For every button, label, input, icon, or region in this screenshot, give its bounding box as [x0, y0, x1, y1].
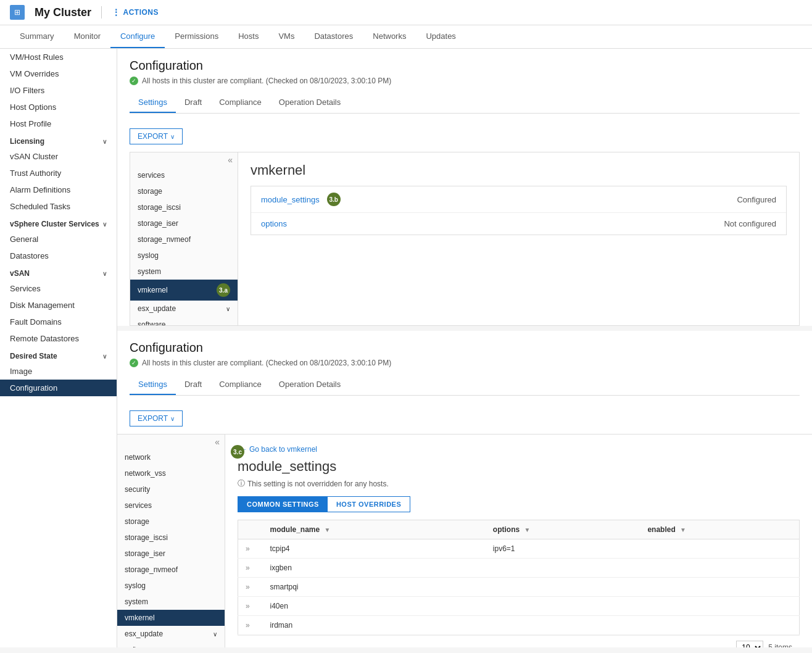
- nav-tabs: Summary Monitor Configure Permissions Ho…: [0, 25, 812, 49]
- module-settings-link[interactable]: module_settings 3.b: [261, 193, 737, 206]
- tree-item-storage-iser-bottom[interactable]: storage_iser: [117, 546, 225, 562]
- sub-tab-settings-top[interactable]: Settings: [130, 93, 176, 113]
- sort-icon-options[interactable]: ▼: [524, 526, 530, 533]
- sort-icon-enabled[interactable]: ▼: [680, 526, 686, 533]
- options-link[interactable]: options: [261, 219, 724, 228]
- chevron-down-icon: ∨: [226, 306, 230, 312]
- tree-item-software-bottom[interactable]: software: [117, 642, 225, 647]
- cell-options-irdman: [486, 616, 640, 635]
- sidebar-item-host-profile[interactable]: Host Profile: [0, 115, 117, 132]
- table-row: » tcpip4 ipv6=1: [238, 539, 800, 559]
- config-panel-top: Configuration ✓ All hosts in this cluste…: [117, 49, 812, 326]
- sub-tab-operation-details-bottom[interactable]: Operation Details: [270, 375, 349, 395]
- tree-item-services-bottom[interactable]: services: [117, 497, 225, 514]
- tree-item-esx-update-bottom[interactable]: esx_update ∨: [117, 626, 225, 642]
- tree-item-system-top[interactable]: system: [130, 264, 238, 280]
- tab-networks[interactable]: Networks: [363, 25, 416, 48]
- tree-item-network-vss-bottom[interactable]: network_vss: [117, 465, 225, 481]
- expand-icon[interactable]: »: [246, 583, 250, 591]
- sub-tab-compliance-bottom[interactable]: Compliance: [210, 375, 270, 395]
- tree-collapse-btn-bottom[interactable]: «: [117, 435, 225, 449]
- tree-item-storage-iscsi-top[interactable]: storage_iscsi: [130, 199, 238, 215]
- cell-module-name-irdman: irdman: [263, 616, 486, 635]
- sidebar-item-remote-datastores[interactable]: Remote Datastores: [0, 330, 117, 347]
- tab-datastores[interactable]: Datastores: [304, 25, 363, 48]
- expand-icon[interactable]: »: [246, 564, 250, 572]
- tab-updates[interactable]: Updates: [416, 25, 465, 48]
- tree-item-network-bottom[interactable]: network: [117, 449, 225, 465]
- tab-hosts[interactable]: Hosts: [228, 25, 268, 48]
- tree-panel-top: « services storage storage_iscsi storage…: [130, 152, 238, 325]
- config-title-top: Configuration: [130, 59, 800, 73]
- tab-monitor[interactable]: Monitor: [64, 25, 110, 48]
- sidebar-item-vm-host-rules[interactable]: VM/Host Rules: [0, 49, 117, 65]
- export-button-bottom[interactable]: EXPORT ∨: [130, 410, 183, 426]
- sort-icon-module-name[interactable]: ▼: [325, 526, 331, 533]
- tree-item-storage-iser-top[interactable]: storage_iser: [130, 215, 238, 231]
- sidebar-item-services[interactable]: Services: [0, 280, 117, 297]
- cell-enabled-tcpip4: [640, 539, 799, 559]
- vmkernel-title: vmkernel: [251, 162, 787, 178]
- sidebar-item-image[interactable]: Image: [0, 363, 117, 380]
- sidebar-item-vsan-cluster[interactable]: vSAN Cluster: [0, 148, 117, 165]
- sub-tab-operation-details-top[interactable]: Operation Details: [270, 93, 349, 113]
- tree-item-storage-nvmeof-bottom[interactable]: storage_nvmeof: [117, 562, 225, 578]
- tree-item-storage-top[interactable]: storage: [130, 183, 238, 199]
- sub-tab-draft-bottom[interactable]: Draft: [176, 375, 210, 395]
- sub-tab-settings-bottom[interactable]: Settings: [130, 375, 176, 395]
- sidebar-section-vsphere-cluster-services[interactable]: vSphere Cluster Services ∨: [0, 215, 117, 231]
- tab-configure[interactable]: Configure: [110, 25, 165, 48]
- config-status-top: ✓ All hosts in this cluster are complian…: [130, 77, 800, 85]
- toggle-tabs: COMMON SETTINGS HOST OVERRIDES: [238, 496, 410, 512]
- tree-collapse-btn-top[interactable]: «: [130, 152, 238, 167]
- toggle-host-overrides[interactable]: HOST OVERRIDES: [328, 497, 410, 512]
- sub-tabs-bottom: Settings Draft Compliance Operation Deta…: [130, 375, 800, 396]
- table-row: » i40en: [238, 597, 800, 616]
- tab-permissions[interactable]: Permissions: [165, 25, 228, 48]
- expand-icon[interactable]: »: [246, 544, 250, 553]
- sidebar-item-io-filters[interactable]: I/O Filters: [0, 82, 117, 99]
- sub-tab-compliance-top[interactable]: Compliance: [210, 93, 270, 113]
- tree-item-syslog-top[interactable]: syslog: [130, 247, 238, 264]
- sidebar-item-trust-authority[interactable]: Trust Authority: [0, 165, 117, 181]
- sidebar-item-alarm-definitions[interactable]: Alarm Definitions: [0, 181, 117, 198]
- sidebar-item-scheduled-tasks[interactable]: Scheduled Tasks: [0, 198, 117, 215]
- expand-icon[interactable]: »: [246, 602, 250, 610]
- export-button-top[interactable]: EXPORT ∨: [130, 128, 183, 144]
- tree-item-system-bottom[interactable]: system: [117, 594, 225, 610]
- tree-item-vmkernel-top[interactable]: vmkernel 3.a: [130, 280, 238, 301]
- sidebar-item-vm-overrides[interactable]: VM Overrides: [0, 65, 117, 82]
- sidebar-item-disk-management[interactable]: Disk Management: [0, 297, 117, 314]
- tree-item-syslog-bottom[interactable]: syslog: [117, 578, 225, 594]
- sidebar-section-licensing[interactable]: Licensing ∨: [0, 132, 117, 148]
- badge-3a: 3.a: [217, 283, 230, 297]
- toggle-common-settings[interactable]: COMMON SETTINGS: [238, 497, 328, 512]
- tab-summary[interactable]: Summary: [10, 25, 64, 48]
- tree-item-storage-iscsi-bottom[interactable]: storage_iscsi: [117, 530, 225, 546]
- page-size-select[interactable]: 10 25 50: [736, 641, 763, 647]
- sidebar-item-configuration[interactable]: Configuration: [0, 380, 117, 396]
- sidebar-section-vsan[interactable]: vSAN ∨: [0, 264, 117, 280]
- tree-item-esx-update-top[interactable]: esx_update ∨: [130, 301, 238, 317]
- tree-item-vmkernel-bottom[interactable]: vmkernel: [117, 610, 225, 626]
- tree-item-storage-bottom[interactable]: storage: [117, 514, 225, 530]
- sidebar-item-fault-domains[interactable]: Fault Domains: [0, 314, 117, 330]
- sidebar-item-general[interactable]: General: [0, 231, 117, 247]
- back-to-vmkernel-link[interactable]: ← Go back to vmkernel: [240, 445, 317, 454]
- tree-item-software-top[interactable]: software: [130, 317, 238, 325]
- cell-options-ixgben: [486, 559, 640, 578]
- config-panel-bottom: Configuration ✓ All hosts in this cluste…: [117, 331, 812, 647]
- cell-enabled-smartpqi: [640, 578, 799, 597]
- sidebar-item-datastores[interactable]: Datastores: [0, 247, 117, 264]
- expand-icon[interactable]: »: [246, 621, 250, 630]
- sub-tab-draft-top[interactable]: Draft: [176, 93, 210, 113]
- sidebar-section-desired-state[interactable]: Desired State ∨: [0, 347, 117, 363]
- tree-item-security-bottom[interactable]: security: [117, 481, 225, 497]
- actions-button[interactable]: ⋮ ACTIONS: [112, 7, 159, 17]
- tree-item-storage-nvmeof-top[interactable]: storage_nvmeof: [130, 231, 238, 247]
- tab-vms[interactable]: VMs: [268, 25, 304, 48]
- col-enabled: enabled ▼: [640, 520, 799, 539]
- tree-item-services-top[interactable]: services: [130, 167, 238, 183]
- sidebar-item-host-options[interactable]: Host Options: [0, 99, 117, 115]
- tree-vmkernel-section-top: « services storage storage_iscsi storage…: [130, 152, 800, 326]
